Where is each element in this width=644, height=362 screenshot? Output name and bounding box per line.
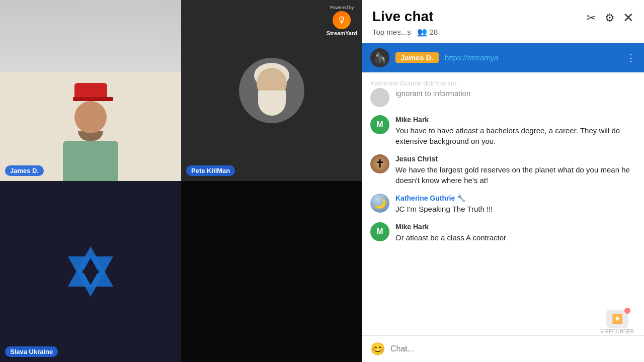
pinned-avatar: 🦍 — [370, 48, 389, 67]
chat-header: Live chat Top mes...s 👥 28 ✂ ⚙ ✕ — [362, 0, 644, 43]
video-cell-slava: Slava Ukraine — [0, 181, 181, 362]
v-recorder-watermark: ▶️ V RECORDER — [600, 310, 634, 334]
viewer-count: 👥 28 — [417, 27, 438, 37]
star-of-david-icon — [63, 244, 118, 299]
message-item: 🌙 Katherine Guthrie 🔧 JC I'm Speaking Th… — [362, 190, 644, 218]
msg-text: You have to have atleast a bachelors deg… — [395, 125, 636, 146]
streamyard-logo: 🎙 — [333, 11, 351, 29]
james-shirt — [63, 141, 118, 181]
close-icon[interactable]: ✕ — [623, 10, 634, 26]
viewer-count-number: 28 — [430, 28, 438, 36]
people-icon: 👥 — [417, 27, 427, 37]
chat-messages-list: Katherine Guthrie didn't occur ignorant … — [362, 72, 644, 335]
pete-name-label: Pete KillMan — [186, 165, 235, 176]
top-messages-label: Top mes...s — [372, 28, 411, 36]
pinned-link[interactable]: https://streamya — [445, 53, 499, 62]
chat-input-area: 😊 — [362, 335, 644, 362]
msg-sender: Mike Hark — [395, 223, 429, 231]
message-item: M Mike Hark Or atleast be a class A cont… — [362, 218, 644, 247]
msg-text: JC I'm Speaking The Truth !!! — [395, 204, 636, 214]
jesus-christ-avatar: ✝ — [370, 154, 389, 173]
msg-content: ignorant to information — [395, 88, 636, 100]
gandalf-beard — [258, 90, 286, 116]
msg-content: Katherine Guthrie 🔧 JC I'm Speaking The … — [395, 194, 636, 214]
emoji-button[interactable]: 😊 — [370, 342, 385, 356]
msg-sender: Mike Hark — [395, 116, 429, 124]
v-recorder-text: V RECORDER — [600, 329, 634, 334]
powered-by-label: Powered by — [327, 5, 357, 10]
streamyard-name: StreamYard — [327, 30, 357, 36]
message-item: ignorant to information — [362, 87, 644, 111]
streamyard-watermark: Powered by 🎙 StreamYard — [327, 5, 357, 36]
video-panel: James D. Powered by 🎙 StreamYard Pete Ki… — [0, 0, 362, 362]
video-cell-james: James D. — [0, 0, 181, 181]
pete-avatar — [239, 58, 304, 123]
james-hat — [74, 83, 107, 97]
chat-input[interactable] — [390, 344, 636, 353]
james-face — [74, 101, 107, 133]
video-cell-empty — [181, 181, 362, 362]
msg-text: We have the largest gold reserves on the… — [395, 164, 636, 186]
video-cell-pete: Powered by 🎙 StreamYard Pete KillMan — [181, 0, 362, 181]
msg-content: Mike Hark Or atleast be a class A contra… — [395, 222, 636, 243]
faded-message-text: Katherine Guthrie didn't occur — [370, 79, 457, 87]
pinned-user-name: James D. — [395, 52, 439, 63]
mike-hark-avatar-2: M — [370, 222, 389, 241]
message-item: M Mike Hark You have to have atleast a b… — [362, 111, 644, 150]
settings-sliders-icon[interactable]: ⚙ — [605, 12, 614, 25]
msg-content: Mike Hark You have to have atleast a bac… — [395, 115, 636, 146]
slava-name-label: Slava Ukraine — [5, 346, 58, 357]
pinned-message-bar: 🦍 James D. https://streamya ⋮ — [362, 43, 644, 72]
message-item: ✝ Jesus Christ We have the largest gold … — [362, 150, 644, 190]
chat-panel: Live chat Top mes...s 👥 28 ✂ ⚙ ✕ 🦍 James… — [362, 0, 644, 362]
gorilla-icon: 🦍 — [374, 52, 386, 64]
msg-avatar-faded — [370, 88, 389, 107]
msg-text: Or atleast be a class A contractor — [395, 232, 636, 243]
header-icons: ✂ ⚙ ✕ — [587, 10, 634, 26]
james-name-label: James D. — [5, 165, 44, 176]
faded-message: Katherine Guthrie didn't occur — [362, 77, 644, 87]
chat-subtitle: Top mes...s 👥 28 — [372, 27, 634, 37]
recording-dot-icon — [624, 308, 630, 314]
james-hat-brim — [73, 97, 113, 101]
msg-content: Jesus Christ We have the largest gold re… — [395, 154, 636, 186]
msg-sender: Katherine Guthrie 🔧 — [395, 194, 465, 202]
pinned-more-options[interactable]: ⋮ — [626, 52, 636, 64]
moon-icon: 🌙 — [374, 197, 386, 209]
msg-sender: Jesus Christ — [395, 155, 438, 163]
msg-text-ignorant: ignorant to information — [395, 89, 470, 98]
katherine-guthrie-avatar: 🌙 — [370, 194, 389, 213]
scissors-icon[interactable]: ✂ — [587, 12, 596, 25]
mike-hark-avatar: M — [370, 115, 389, 134]
